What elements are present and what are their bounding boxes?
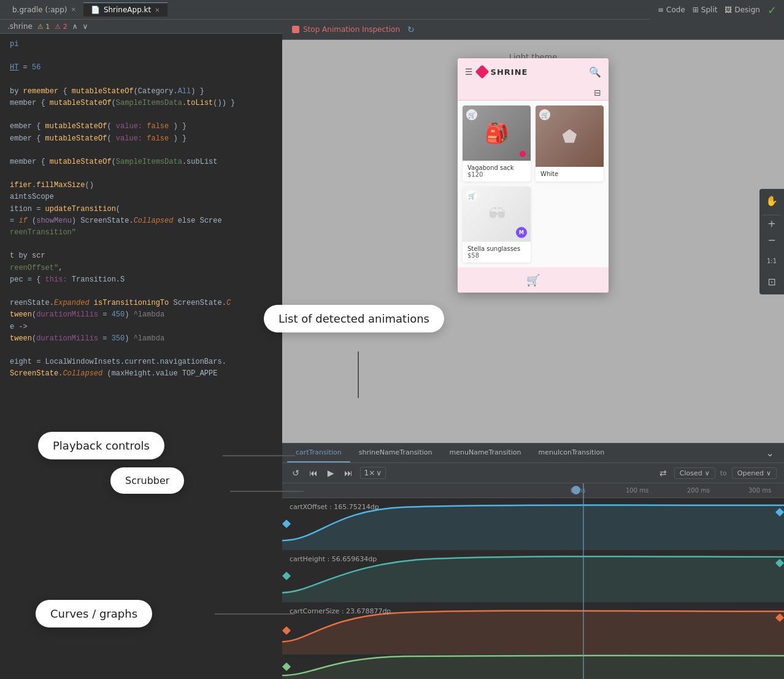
minus-icon: − — [767, 234, 775, 246]
to-dropdown-chevron: ∨ — [766, 469, 771, 477]
tab-bar: b.gradle (:app) ✕ 📄 ShrineApp.kt ✕ ≡ Cod… — [0, 0, 784, 20]
timeline-scrubber-head[interactable] — [572, 486, 580, 494]
code-line: by remember { mutableStateOf(Category.Al… — [0, 86, 282, 98]
animation-tabs: cartTransition shrineNameTransition menu… — [282, 443, 784, 463]
split-mode-btn[interactable]: ⊞ Split — [693, 6, 718, 14]
callout-curves-text: Curves / graphs — [50, 607, 137, 620]
code-line: ember { mutableStateOf( value: false ) } — [0, 121, 282, 132]
refresh-icon[interactable]: ↻ — [407, 25, 415, 34]
reset-btn[interactable]: ↺ — [290, 467, 302, 479]
code-line: member { mutableStateOf(SampleItemsData.… — [0, 156, 282, 168]
brand-name: SHRINE — [491, 67, 528, 77]
zoom-out-btn[interactable]: − — [762, 231, 782, 250]
product-img-brown: 🛒 ⬟ — [536, 105, 604, 167]
split-label: Split — [701, 6, 718, 14]
code-line: ScreenState.Collapsed (maxHeight.value T… — [0, 368, 282, 380]
zoom-in-btn[interactable]: + — [762, 215, 782, 229]
tab-shrine-name[interactable]: shrineNameTransition — [350, 443, 441, 462]
code-line: reenTransition" — [0, 227, 282, 239]
design-icon: 🖼 — [724, 6, 732, 14]
cart-bottom-bar: 🛒 — [458, 267, 609, 293]
diamond-start-2 — [283, 573, 290, 579]
stop-inspection-btn[interactable]: Stop Animation Inspection — [292, 25, 400, 34]
product-name-brown: White — [540, 171, 599, 177]
tab-menu-name[interactable]: menuNameTransition — [441, 443, 530, 462]
cart-bottom-icon[interactable]: 🛒 — [526, 274, 540, 286]
product-img-1: 🛒 🎒 — [463, 105, 531, 161]
nav-down-icon[interactable]: ∨ — [82, 22, 88, 31]
from-state-dropdown[interactable]: Closed ∨ — [674, 467, 715, 479]
curve-label-3: cartCornerSize : 23.678877dp — [290, 607, 391, 615]
error-badge: ⚠ 2 — [55, 23, 67, 31]
code-line — [0, 345, 282, 356]
code-line — [0, 145, 282, 156]
code-line: reenOffset", — [0, 263, 282, 274]
frame-btn[interactable]: ⊡ — [762, 272, 782, 292]
code-line: pec = { this: Transition.S — [0, 274, 282, 286]
tab-shrineapp[interactable]: 📄 ShrineApp.kt ✕ — [83, 2, 167, 17]
code-line: tween(durationMillis = 450) ^lambda — [0, 309, 282, 321]
callout-animations-text: List of detected animations — [279, 312, 429, 325]
code-label: Code — [666, 6, 685, 14]
tab-shrineapp-icon: 📄 — [91, 6, 100, 14]
tab-gradle-close[interactable]: ✕ — [71, 6, 75, 13]
to-state-label: Opened — [737, 469, 764, 477]
tab-menu-icon[interactable]: menuIconTransition — [530, 443, 613, 462]
diamond-start-4 — [283, 664, 290, 670]
anim-inspection-header: Stop Animation Inspection ↻ — [282, 20, 784, 40]
code-mode-btn[interactable]: ≡ Code — [658, 6, 685, 14]
from-dropdown-chevron: ∨ — [705, 469, 710, 477]
playback-right: ⇄ Closed ∨ to Opened ∨ — [657, 467, 777, 479]
code-line — [0, 168, 282, 180]
code-line: HT = 56 — [0, 62, 282, 74]
product-price-2: $58 — [467, 252, 526, 259]
curve-rows: cartXOffset : 165.75214dp — [282, 498, 784, 679]
more-tabs-btn[interactable]: ⌄ — [761, 445, 779, 461]
speed-selector[interactable]: 1× ∨ — [360, 467, 386, 479]
product-img-2: 🛒 🕶 M — [463, 186, 531, 242]
phone-header: ☰ SHRINE 🔍 — [458, 58, 609, 85]
curve-row-3: cartCornerSize : 23.678877dp — [282, 602, 784, 654]
design-label: Design — [734, 6, 759, 14]
main-layout: .shrine ⚠ 1 ⚠ 2 ∧ ∨ pi HT = 56 by rememb… — [0, 20, 784, 679]
product-info-1: Vagabond sack $120 — [463, 161, 531, 182]
curve-row-2: cartHeight : 56.659634dp — [282, 550, 784, 602]
code-line — [0, 239, 282, 250]
callout-scrubber: Scrubber — [110, 467, 184, 494]
swap-btn[interactable]: ⇄ — [657, 467, 669, 479]
code-panel: .shrine ⚠ 1 ⚠ 2 ∧ ∨ pi HT = 56 by rememb… — [0, 20, 282, 679]
ruler-100ms: 100 ms — [626, 487, 648, 494]
hand-icon: ✋ — [766, 195, 778, 207]
filter-icon[interactable]: ⊟ — [594, 88, 601, 98]
code-line: eight = LocalWindowInsets.current.naviga… — [0, 356, 282, 368]
split-icon: ⊞ — [693, 6, 699, 14]
code-line: ember { mutableStateOf( value: false ) } — [0, 133, 282, 145]
code-line — [0, 74, 282, 86]
to-state-dropdown[interactable]: Opened ∨ — [732, 467, 777, 479]
play-btn[interactable]: ▶ — [325, 467, 337, 479]
code-line: pi — [0, 39, 282, 50]
hand-tool-btn[interactable]: ✋ — [762, 191, 782, 211]
curve-svg-4 — [282, 654, 784, 678]
skip-back-btn[interactable]: ⏮ — [307, 467, 320, 479]
skip-fwd-btn[interactable]: ⏭ — [342, 467, 355, 479]
tab-cart-transition[interactable]: cartTransition — [287, 443, 350, 462]
design-mode-btn[interactable]: 🖼 Design — [724, 6, 759, 14]
warning-badge: ⚠ 1 — [37, 23, 50, 31]
product-price-1: $120 — [467, 171, 526, 178]
callout-line-curves — [215, 613, 294, 615]
callout-line-scrubber — [230, 491, 304, 492]
speed-chevron: ∨ — [376, 469, 382, 477]
code-content: pi HT = 56 by remember { mutableStateOf(… — [0, 34, 282, 385]
code-line — [0, 109, 282, 121]
code-line: ition = updateTransition( — [0, 204, 282, 215]
reset-zoom-btn[interactable]: 1:1 — [762, 251, 782, 271]
preview-sidebar: ✋ + − 1:1 ⊡ — [759, 189, 784, 294]
timeline-area: 0 ms 100 ms 200 ms 300 ms 400 ms 500 ms … — [282, 483, 784, 679]
tab-gradle[interactable]: b.gradle (:app) ✕ — [5, 3, 83, 17]
stop-label: Stop Animation Inspection — [303, 25, 400, 34]
product-info-2: Stella sunglasses $58 — [463, 242, 531, 263]
nav-up-icon[interactable]: ∧ — [72, 22, 78, 31]
tab-shrineapp-close[interactable]: ✕ — [155, 7, 159, 13]
search-icon[interactable]: 🔍 — [589, 66, 601, 78]
